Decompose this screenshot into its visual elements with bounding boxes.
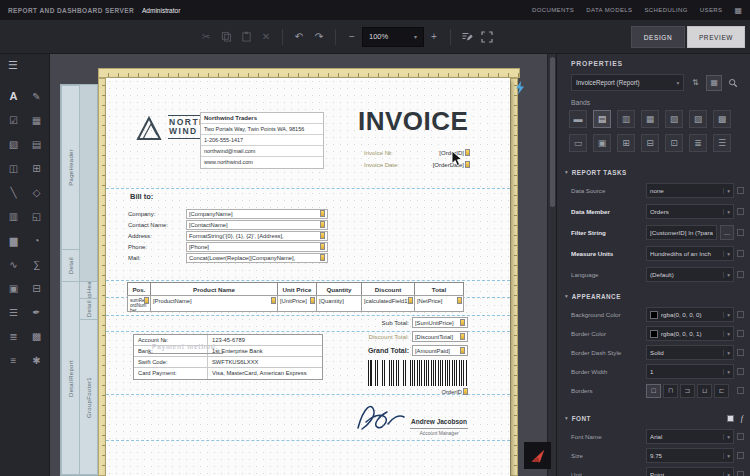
settings-tool-icon[interactable]: ✱ [27, 350, 47, 370]
property-marker[interactable] [737, 452, 744, 459]
page-footer-band-icon[interactable]: ▨ [689, 110, 707, 128]
contact-field[interactable]: [ContactName] [189, 222, 319, 228]
group-footer-band-icon[interactable]: ▧ [665, 110, 683, 128]
pivot-grid-tool-icon[interactable]: ⊞ [27, 158, 47, 178]
detail-band-icon[interactable]: ▦ [641, 110, 659, 128]
nav-documents[interactable]: DOCUMENTS [532, 7, 574, 13]
top-margin-band-icon[interactable]: ▭ [569, 134, 587, 152]
page-header-band-icon[interactable]: ▤ [593, 110, 611, 128]
subreport-tool-icon[interactable]: ◫ [4, 158, 24, 178]
data-member-select[interactable]: Orders▾ [646, 204, 734, 219]
nav-scheduling[interactable]: SCHEDULING [644, 7, 687, 13]
band-detail-report[interactable]: DetailReport [61, 281, 80, 475]
user-name[interactable]: Administrator [142, 7, 180, 14]
items-table[interactable]: Pos. Product Name Unit Price Quantity Di… [128, 282, 464, 312]
grand-total-row[interactable]: Grand Total: [AmountPaid] [344, 344, 470, 357]
gauge-tool-icon[interactable]: ◔ [27, 230, 47, 250]
checkbox-tool-icon[interactable]: ☑ [4, 110, 24, 130]
property-marker[interactable] [737, 330, 744, 337]
picture-box-tool-icon[interactable]: ▧ [4, 134, 24, 154]
table-tool-icon[interactable]: ▦ [27, 110, 47, 130]
band-detail[interactable]: Detail [61, 249, 80, 282]
vertical-detail-band-icon[interactable]: ≣ [689, 134, 707, 152]
invoice-number-row[interactable]: Invoice №: [OrderID] [364, 147, 470, 158]
invoice-number-field[interactable]: [OrderID] [439, 150, 464, 156]
vertical-header-band-icon[interactable]: ⊡ [665, 134, 683, 152]
company-logo[interactable]: NORTH WIND [135, 113, 208, 141]
list-tool-icon[interactable]: ≣ [4, 326, 24, 346]
sparkline-tool-icon[interactable]: ∿ [4, 254, 24, 274]
section-report-tasks[interactable]: ▾ REPORT TASKS [557, 164, 750, 180]
company-name[interactable]: Northwind Traders [201, 113, 323, 124]
font-set-checkbox[interactable] [727, 415, 734, 422]
validate-script-icon[interactable] [457, 27, 477, 47]
bottom-margin-band-icon[interactable]: ▣ [593, 134, 611, 152]
property-marker[interactable] [737, 349, 744, 356]
property-marker[interactable] [737, 471, 744, 476]
signature-tool-icon[interactable]: ✒ [27, 302, 47, 322]
data-source-select[interactable]: none▾ [646, 183, 734, 198]
report-header-band-icon[interactable]: ▬ [569, 110, 587, 128]
zoom-select[interactable]: 100% ▾ [362, 27, 424, 47]
category-view-icon[interactable]: ▦ [706, 75, 722, 91]
summary-tool-icon[interactable]: ∑ [27, 254, 47, 274]
cross-tab-tool-icon[interactable]: ▩ [27, 326, 47, 346]
border-all-toggle[interactable]: □ [646, 384, 661, 398]
barcode-label-row[interactable]: OrderID [368, 388, 468, 395]
border-color-select[interactable]: rgba(0, 0, 0, 1)▾ [646, 326, 734, 341]
design-tab[interactable]: DESIGN [631, 26, 685, 48]
band-page-header[interactable]: PageHeader [61, 85, 80, 250]
page-break-tool-icon[interactable]: ⊟ [27, 278, 47, 298]
report-page[interactable]: NORTH WIND Northwind Traders Two Portals… [106, 78, 510, 476]
panel-tool-icon[interactable]: ▤ [27, 134, 47, 154]
unit-price-field[interactable]: [UnitPrice] [280, 298, 307, 304]
product-name-field[interactable]: [ProductName] [153, 298, 192, 304]
shape-tool-icon[interactable]: ◇ [27, 182, 47, 202]
delete-icon[interactable]: ✕ [256, 27, 276, 47]
sort-properties-icon[interactable]: ⇅ [687, 75, 703, 91]
sub-total-row[interactable]: Sub Total: [SumUnitPrice] [344, 316, 470, 329]
zoom-in-icon[interactable]: + [424, 27, 444, 47]
bill-mail-row[interactable]: Mail: Concat(Lower(Replace([CompanyName]… [128, 252, 328, 263]
element-selector[interactable]: InvoiceReport (Report) ▾ [571, 74, 684, 91]
nav-users[interactable]: USERS [700, 7, 723, 13]
property-marker[interactable] [737, 311, 744, 318]
property-marker[interactable] [737, 229, 744, 236]
copy-icon[interactable] [216, 27, 236, 47]
border-bottom-toggle[interactable]: ⊔ [697, 384, 712, 398]
font-name-select[interactable]: Arial▾ [646, 429, 734, 444]
cross-band-box-tool-icon[interactable]: ◱ [27, 206, 47, 226]
font-unit-select[interactable]: Point▾ [646, 467, 734, 476]
address-field[interactable]: FormatString('{0}, {1}, {2}', [Address], [189, 233, 319, 239]
invoice-title[interactable]: INVOICE [358, 106, 472, 137]
section-appearance[interactable]: ▾ APPEARANCE [557, 288, 750, 304]
bill-to-title[interactable]: Bill to: [130, 192, 153, 201]
redo-icon[interactable]: ↷ [309, 27, 329, 47]
property-marker[interactable] [737, 387, 744, 394]
vertical-total-band-icon[interactable]: ☰ [713, 134, 731, 152]
company-field[interactable]: [CompanyName] [189, 211, 319, 217]
company-email[interactable]: northwind@mail.com [201, 146, 323, 157]
group-header-band-icon[interactable]: ▥ [617, 110, 635, 128]
font-size-input[interactable]: 9.75▾ [646, 448, 734, 463]
company-website[interactable]: www.northwind.com [201, 157, 323, 168]
signature-image[interactable] [352, 398, 410, 434]
bank-name[interactable]: 1st Enterprise Bank [208, 346, 322, 356]
discount-field[interactable]: [calculatedField1] [364, 298, 409, 304]
company-phone[interactable]: 1-206-555-1417 [201, 135, 323, 146]
company-address[interactable]: Two Portals Way, Twin Points WA, 98156 [201, 124, 323, 135]
scrollbar-thumb[interactable] [550, 57, 555, 207]
bill-address-row[interactable]: Address: FormatString('{0}, {1}, {2}', [… [128, 230, 328, 241]
line-tool-icon[interactable]: ╲ [4, 182, 24, 202]
paste-icon[interactable] [236, 27, 256, 47]
grand-total-field[interactable]: [AmountPaid] [415, 348, 459, 354]
property-marker[interactable] [737, 433, 744, 440]
background-color-select[interactable]: rgba(0, 0, 0, 0)▾ [646, 307, 734, 322]
border-right-toggle[interactable]: ⊐ [680, 384, 695, 398]
invoice-date-field[interactable]: [OrderDate] [433, 162, 464, 168]
border-top-toggle[interactable]: ⊓ [663, 384, 678, 398]
band-detail-inner[interactable]: Detail [79, 298, 98, 320]
total-field[interactable]: [NetPrice] [417, 298, 442, 304]
bill-phone-row[interactable]: Phone: [Phone] [128, 241, 328, 252]
signatory-role[interactable]: Account Manager [410, 428, 468, 436]
